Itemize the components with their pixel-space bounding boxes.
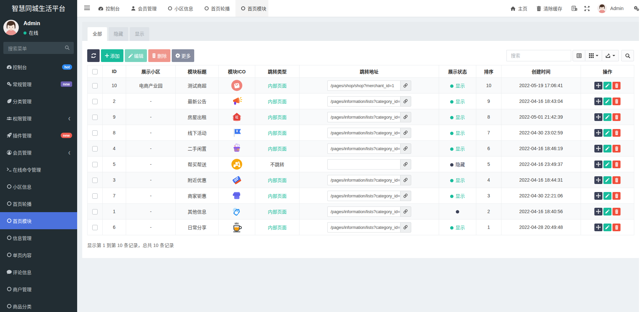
svg-text:¥: ¥ bbox=[236, 129, 238, 133]
svg-text:二手: 二手 bbox=[234, 148, 240, 151]
svg-text:租: 租 bbox=[235, 115, 238, 119]
